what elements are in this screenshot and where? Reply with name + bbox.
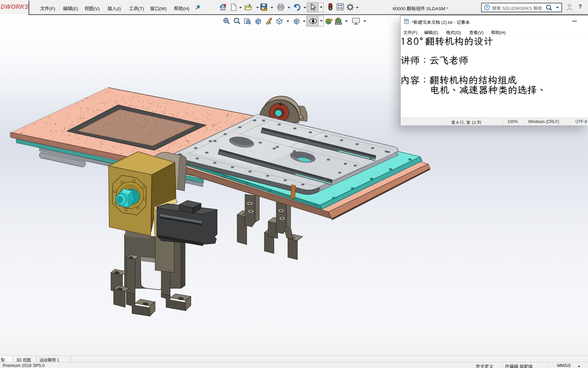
svg-text:?: ? [486, 5, 488, 10]
svg-text:A: A [268, 20, 271, 25]
